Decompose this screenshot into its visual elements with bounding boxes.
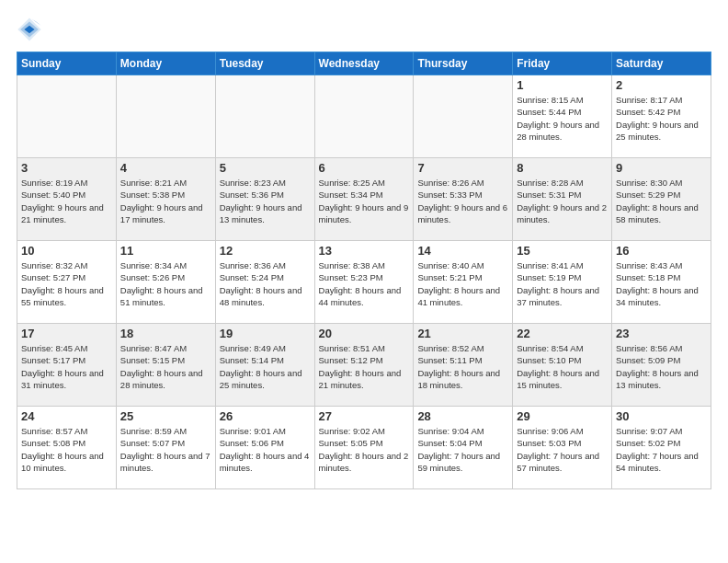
day-number: 8 xyxy=(517,161,608,175)
day-info: Sunrise: 8:56 AM Sunset: 5:09 PM Dayligh… xyxy=(616,342,707,391)
calendar-cell: 29Sunrise: 9:06 AM Sunset: 5:03 PM Dayli… xyxy=(513,407,612,489)
week-row-1: 1Sunrise: 8:15 AM Sunset: 5:44 PM Daylig… xyxy=(17,75,711,158)
weekday-header-row: SundayMondayTuesdayWednesdayThursdayFrid… xyxy=(17,52,711,75)
calendar-cell: 17Sunrise: 8:45 AM Sunset: 5:17 PM Dayli… xyxy=(17,324,117,407)
day-info: Sunrise: 9:04 AM Sunset: 5:04 PM Dayligh… xyxy=(417,425,508,474)
calendar-cell: 27Sunrise: 9:02 AM Sunset: 5:05 PM Dayli… xyxy=(314,407,414,489)
calendar-cell: 12Sunrise: 8:36 AM Sunset: 5:24 PM Dayli… xyxy=(215,241,314,324)
calendar-cell: 30Sunrise: 9:07 AM Sunset: 5:02 PM Dayli… xyxy=(612,407,711,489)
day-number: 25 xyxy=(120,409,211,423)
day-number: 27 xyxy=(319,409,410,423)
calendar-cell: 24Sunrise: 8:57 AM Sunset: 5:08 PM Dayli… xyxy=(17,407,117,489)
calendar-cell: 3Sunrise: 8:19 AM Sunset: 5:40 PM Daylig… xyxy=(17,158,117,241)
day-info: Sunrise: 8:36 AM Sunset: 5:24 PM Dayligh… xyxy=(220,259,311,308)
day-info: Sunrise: 8:54 AM Sunset: 5:10 PM Dayligh… xyxy=(517,342,608,391)
day-info: Sunrise: 8:52 AM Sunset: 5:11 PM Dayligh… xyxy=(417,342,508,391)
weekday-header-thursday: Thursday xyxy=(414,52,513,75)
day-number: 6 xyxy=(319,161,410,175)
calendar-cell: 20Sunrise: 8:51 AM Sunset: 5:12 PM Dayli… xyxy=(314,324,414,407)
calendar-cell: 22Sunrise: 8:54 AM Sunset: 5:10 PM Dayli… xyxy=(513,324,612,407)
day-info: Sunrise: 8:26 AM Sunset: 5:33 PM Dayligh… xyxy=(417,177,508,225)
weekday-header-tuesday: Tuesday xyxy=(215,52,314,75)
day-info: Sunrise: 8:34 AM Sunset: 5:26 PM Dayligh… xyxy=(120,259,211,308)
calendar-cell: 13Sunrise: 8:38 AM Sunset: 5:23 PM Dayli… xyxy=(314,241,414,324)
day-info: Sunrise: 8:32 AM Sunset: 5:27 PM Dayligh… xyxy=(21,259,112,308)
day-number: 13 xyxy=(319,244,410,258)
day-number: 19 xyxy=(220,327,311,340)
calendar-cell: 14Sunrise: 8:40 AM Sunset: 5:21 PM Dayli… xyxy=(414,241,513,324)
day-info: Sunrise: 8:30 AM Sunset: 5:29 PM Dayligh… xyxy=(616,177,707,225)
calendar-cell: 7Sunrise: 8:26 AM Sunset: 5:33 PM Daylig… xyxy=(414,158,513,241)
day-number: 26 xyxy=(220,409,311,423)
calendar-cell: 18Sunrise: 8:47 AM Sunset: 5:15 PM Dayli… xyxy=(116,324,215,407)
calendar-cell: 6Sunrise: 8:25 AM Sunset: 5:34 PM Daylig… xyxy=(314,158,414,241)
day-number: 16 xyxy=(616,244,707,258)
day-info: Sunrise: 9:06 AM Sunset: 5:03 PM Dayligh… xyxy=(517,425,608,474)
day-number: 15 xyxy=(517,244,608,258)
day-info: Sunrise: 8:57 AM Sunset: 5:08 PM Dayligh… xyxy=(21,425,112,474)
day-info: Sunrise: 8:51 AM Sunset: 5:12 PM Dayligh… xyxy=(319,342,410,391)
day-info: Sunrise: 9:07 AM Sunset: 5:02 PM Dayligh… xyxy=(616,425,707,474)
calendar-cell xyxy=(414,75,513,158)
day-info: Sunrise: 8:21 AM Sunset: 5:38 PM Dayligh… xyxy=(120,177,211,225)
weekday-header-wednesday: Wednesday xyxy=(314,52,414,75)
day-info: Sunrise: 8:59 AM Sunset: 5:07 PM Dayligh… xyxy=(120,425,211,474)
page: SundayMondayTuesdayWednesdayThursdayFrid… xyxy=(0,0,728,499)
weekday-header-sunday: Sunday xyxy=(17,52,117,75)
day-info: Sunrise: 9:02 AM Sunset: 5:05 PM Dayligh… xyxy=(319,425,410,474)
day-info: Sunrise: 8:38 AM Sunset: 5:23 PM Dayligh… xyxy=(319,259,410,308)
day-info: Sunrise: 8:17 AM Sunset: 5:42 PM Dayligh… xyxy=(616,94,707,143)
day-info: Sunrise: 9:01 AM Sunset: 5:06 PM Dayligh… xyxy=(220,425,311,474)
day-info: Sunrise: 8:45 AM Sunset: 5:17 PM Dayligh… xyxy=(21,342,112,391)
day-number: 9 xyxy=(616,161,707,175)
day-info: Sunrise: 8:19 AM Sunset: 5:40 PM Dayligh… xyxy=(21,177,112,225)
logo-icon xyxy=(17,17,42,42)
calendar-cell: 2Sunrise: 8:17 AM Sunset: 5:42 PM Daylig… xyxy=(612,75,711,158)
calendar-cell: 8Sunrise: 8:28 AM Sunset: 5:31 PM Daylig… xyxy=(513,158,612,241)
calendar-cell: 4Sunrise: 8:21 AM Sunset: 5:38 PM Daylig… xyxy=(116,158,215,241)
logo xyxy=(17,17,46,42)
day-number: 22 xyxy=(517,327,608,340)
day-number: 4 xyxy=(120,161,211,175)
calendar-cell: 11Sunrise: 8:34 AM Sunset: 5:26 PM Dayli… xyxy=(116,241,215,324)
day-number: 20 xyxy=(319,327,410,340)
day-number: 29 xyxy=(517,409,608,423)
day-number: 2 xyxy=(616,78,707,92)
calendar-cell: 26Sunrise: 9:01 AM Sunset: 5:06 PM Dayli… xyxy=(215,407,314,489)
calendar-cell: 16Sunrise: 8:43 AM Sunset: 5:18 PM Dayli… xyxy=(612,241,711,324)
day-info: Sunrise: 8:41 AM Sunset: 5:19 PM Dayligh… xyxy=(517,259,608,308)
weekday-header-friday: Friday xyxy=(513,52,612,75)
calendar-cell: 5Sunrise: 8:23 AM Sunset: 5:36 PM Daylig… xyxy=(215,158,314,241)
day-number: 1 xyxy=(517,78,608,92)
calendar-cell: 19Sunrise: 8:49 AM Sunset: 5:14 PM Dayli… xyxy=(215,324,314,407)
calendar-table: SundayMondayTuesdayWednesdayThursdayFrid… xyxy=(17,52,711,489)
day-number: 3 xyxy=(21,161,112,175)
calendar-cell: 21Sunrise: 8:52 AM Sunset: 5:11 PM Dayli… xyxy=(414,324,513,407)
calendar-cell xyxy=(215,75,314,158)
day-number: 14 xyxy=(417,244,508,258)
calendar-cell: 1Sunrise: 8:15 AM Sunset: 5:44 PM Daylig… xyxy=(513,75,612,158)
calendar-cell: 9Sunrise: 8:30 AM Sunset: 5:29 PM Daylig… xyxy=(612,158,711,241)
day-info: Sunrise: 8:23 AM Sunset: 5:36 PM Dayligh… xyxy=(220,177,311,225)
day-info: Sunrise: 8:25 AM Sunset: 5:34 PM Dayligh… xyxy=(319,177,410,225)
day-info: Sunrise: 8:43 AM Sunset: 5:18 PM Dayligh… xyxy=(616,259,707,308)
week-row-5: 24Sunrise: 8:57 AM Sunset: 5:08 PM Dayli… xyxy=(17,407,711,489)
day-info: Sunrise: 8:49 AM Sunset: 5:14 PM Dayligh… xyxy=(220,342,311,391)
calendar-cell: 10Sunrise: 8:32 AM Sunset: 5:27 PM Dayli… xyxy=(17,241,117,324)
day-number: 18 xyxy=(120,327,211,340)
calendar-cell xyxy=(314,75,414,158)
day-info: Sunrise: 8:47 AM Sunset: 5:15 PM Dayligh… xyxy=(120,342,211,391)
day-number: 28 xyxy=(417,409,508,423)
day-number: 21 xyxy=(417,327,508,340)
day-number: 30 xyxy=(616,409,707,423)
week-row-4: 17Sunrise: 8:45 AM Sunset: 5:17 PM Dayli… xyxy=(17,324,711,407)
day-number: 7 xyxy=(417,161,508,175)
day-info: Sunrise: 8:15 AM Sunset: 5:44 PM Dayligh… xyxy=(517,94,608,143)
header xyxy=(17,17,711,42)
weekday-header-monday: Monday xyxy=(116,52,215,75)
weekday-header-saturday: Saturday xyxy=(612,52,711,75)
week-row-3: 10Sunrise: 8:32 AM Sunset: 5:27 PM Dayli… xyxy=(17,241,711,324)
day-info: Sunrise: 8:28 AM Sunset: 5:31 PM Dayligh… xyxy=(517,177,608,225)
calendar-cell: 23Sunrise: 8:56 AM Sunset: 5:09 PM Dayli… xyxy=(612,324,711,407)
calendar-cell: 28Sunrise: 9:04 AM Sunset: 5:04 PM Dayli… xyxy=(414,407,513,489)
